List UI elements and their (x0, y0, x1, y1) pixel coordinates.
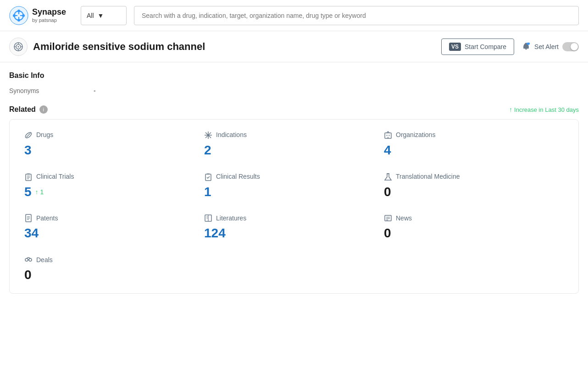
stat-label-clinical-trials: Clinical Trials (24, 172, 204, 181)
stat-value-clinical-results: 1 (204, 185, 384, 199)
stat-value-translational-medicine: 0 (384, 185, 564, 199)
stat-label-text-literatures: Literatures (216, 214, 246, 222)
stat-label-patents: Patents (24, 214, 204, 223)
start-compare-button[interactable]: VS Start Compare (441, 38, 514, 55)
clipboard-check-icon (204, 172, 212, 181)
stat-item-deals[interactable]: Deals 0 (24, 255, 204, 282)
set-alert-button[interactable]: Set Alert (521, 42, 579, 51)
related-title-area: Related i (9, 105, 48, 114)
sub-header-left: Amiloride sensitive sodium channel (9, 38, 441, 56)
bell-icon (521, 43, 531, 51)
related-header: Related i ↑ Increase in Last 30 days (9, 105, 579, 114)
synonyms-label: Synonyms (9, 87, 83, 94)
stat-value-indications: 2 (204, 143, 384, 158)
stat-label-text-news: News (396, 214, 412, 222)
stat-item-translational-medicine[interactable]: Translational Medicine 0 (384, 172, 564, 199)
svg-rect-34 (27, 173, 30, 175)
handshake-icon (24, 255, 33, 264)
stat-value-literatures: 124 (204, 226, 384, 241)
dropdown-value: All (87, 12, 94, 19)
svg-point-0 (10, 6, 28, 25)
basic-info-section: Basic Info Synonyms - (9, 71, 579, 94)
clipboard-icon (24, 172, 33, 181)
vs-badge: VS (449, 43, 461, 51)
stat-value-news: 0 (384, 226, 564, 241)
basic-info-title: Basic Info (9, 71, 579, 80)
stat-item-drugs[interactable]: Drugs 3 (24, 131, 204, 158)
synapse-logo-icon (9, 6, 28, 25)
stat-label-text-clinical-results: Clinical Results (216, 173, 260, 180)
svg-point-3 (17, 19, 20, 22)
stat-label-deals: Deals (24, 255, 204, 264)
newspaper-icon (384, 214, 392, 223)
stat-label-indications: Indications (204, 131, 384, 139)
stat-value-drugs: 3 (24, 143, 204, 158)
snowflake-icon (204, 131, 212, 139)
stat-item-organizations[interactable]: Organizations 4 (384, 131, 564, 158)
target-icon (13, 42, 23, 52)
sub-header: Amiloride sensitive sodium channel VS St… (0, 31, 588, 62)
svg-point-12 (18, 46, 19, 47)
logo-text: Synapse by patsnap (32, 7, 66, 23)
building-icon (384, 131, 392, 139)
search-input[interactable] (134, 6, 579, 25)
stat-label-text-indications: Indications (216, 131, 247, 138)
synonyms-row: Synonyms - (9, 87, 579, 94)
svg-point-51 (29, 258, 32, 261)
logo-name: Synapse (32, 7, 66, 17)
main-content: Basic Info Synonyms - Related i ↑ Increa… (0, 62, 588, 303)
stat-item-clinical-trials[interactable]: Clinical Trials 5 ↑ 1 (24, 172, 204, 199)
stat-item-literatures[interactable]: Literatures 124 (204, 214, 384, 241)
stat-value-clinical-trials: 5 ↑ 1 (24, 185, 204, 199)
related-section: Related i ↑ Increase in Last 30 days Dru… (9, 105, 579, 294)
alert-label: Set Alert (534, 43, 559, 50)
logo-sub: by patsnap (32, 17, 66, 23)
stat-value-deals: 0 (24, 268, 204, 282)
search-type-dropdown[interactable]: All ▼ (81, 6, 127, 25)
patent-icon (24, 214, 33, 223)
stats-card: Drugs 3 Indications 2 Organizations 4 Cl… (9, 119, 579, 294)
logo-area: Synapse by patsnap (9, 6, 73, 25)
related-title: Related (9, 105, 36, 114)
stat-increase-clinical-trials: ↑ 1 (35, 188, 44, 196)
stat-label-text-patents: Patents (36, 214, 58, 222)
book-icon (204, 214, 212, 223)
increase-label: ↑ Increase in Last 30 days (509, 106, 579, 113)
stat-item-news[interactable]: News 0 (384, 214, 564, 241)
stat-label-text-drugs: Drugs (36, 131, 53, 138)
svg-point-4 (13, 14, 16, 17)
up-arrow-icon: ↑ (509, 106, 512, 113)
stat-label-text-clinical-trials: Clinical Trials (36, 173, 74, 180)
stat-item-indications[interactable]: Indications 2 (204, 131, 384, 158)
stat-label-organizations: Organizations (384, 131, 564, 139)
stat-label-clinical-results: Clinical Results (204, 172, 384, 181)
svg-point-5 (22, 14, 25, 17)
stat-value-organizations: 4 (384, 143, 564, 158)
svg-point-50 (25, 258, 28, 261)
synonyms-value: - (94, 87, 96, 94)
stat-label-text-deals: Deals (36, 256, 53, 263)
svg-rect-27 (386, 135, 388, 136)
stat-label-text-translational-medicine: Translational Medicine (396, 173, 460, 180)
svg-rect-28 (388, 135, 390, 136)
page-title: Amiloride sensitive sodium channel (33, 41, 205, 53)
stat-label-text-organizations: Organizations (396, 131, 435, 138)
stat-item-clinical-results[interactable]: Clinical Results 1 (204, 172, 384, 199)
flask-icon (384, 172, 392, 181)
svg-rect-36 (207, 173, 210, 175)
compare-label: Start Compare (465, 43, 506, 50)
increase-text: Increase in Last 30 days (514, 106, 579, 113)
svg-rect-17 (523, 47, 529, 49)
svg-point-25 (207, 134, 209, 136)
svg-point-2 (17, 10, 20, 12)
stat-value-patents: 34 (24, 226, 204, 241)
stat-label-literatures: Literatures (204, 214, 384, 223)
target-icon-circle (9, 38, 28, 56)
stat-label-drugs: Drugs (24, 131, 204, 139)
sub-header-right: VS Start Compare Set Alert (441, 38, 579, 55)
chevron-down-icon: ▼ (98, 12, 104, 19)
stat-item-patents[interactable]: Patents 34 (24, 214, 204, 241)
stat-label-translational-medicine: Translational Medicine (384, 172, 564, 181)
related-info-icon[interactable]: i (39, 105, 48, 114)
alert-toggle[interactable] (562, 42, 579, 51)
